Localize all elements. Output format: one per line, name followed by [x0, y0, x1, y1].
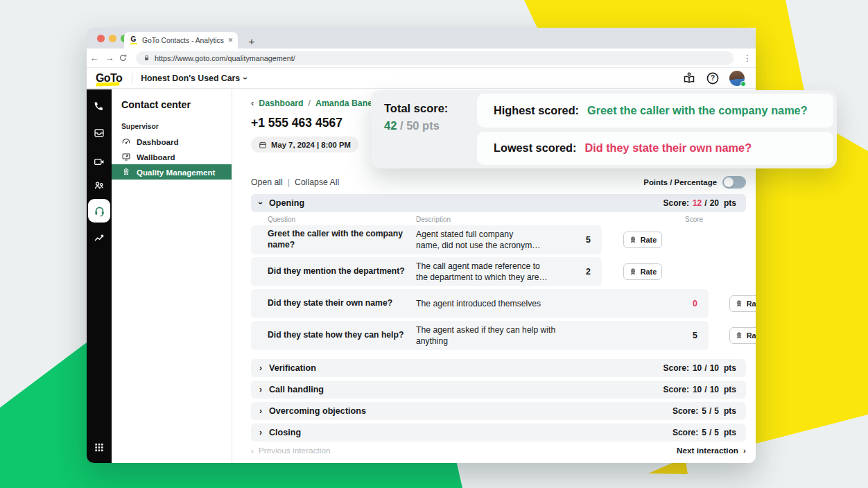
dashboard-icon: [121, 137, 131, 146]
icon-rail: [87, 89, 112, 463]
svg-text:?: ?: [711, 74, 715, 82]
goto-logo[interactable]: GoTo: [96, 72, 122, 85]
account-switcher[interactable]: Honest Don's Used Cars ›: [141, 73, 247, 83]
headset-icon: [93, 204, 106, 218]
question-row: Greet the caller with the company name? …: [251, 225, 756, 254]
sidebar-title: Contact center: [121, 99, 191, 110]
section-score: Score: 10 / 10 pts: [663, 385, 736, 394]
chevron-right-icon: ›: [259, 364, 262, 372]
reload-icon[interactable]: [119, 53, 128, 62]
rate-button[interactable]: Rate: [729, 295, 756, 312]
points-percentage-control: Points / Percentage: [643, 176, 746, 189]
score-value: 0: [693, 299, 697, 308]
resources-icon[interactable]: [682, 71, 696, 85]
section-header-verification[interactable]: › Verification Score: 10 / 10 pts: [251, 359, 746, 377]
back-icon[interactable]: ←: [87, 53, 102, 63]
sidebar-item-dashboard[interactable]: Dashboard: [112, 134, 232, 149]
user-avatar[interactable]: [729, 71, 745, 86]
score-summary-card: Total score: 42 / 50 pts Highest scored:…: [371, 90, 837, 168]
total-score-value: 42 / 50 pts: [384, 119, 474, 132]
sidebar-item-wallboard[interactable]: Wallboard: [112, 149, 232, 164]
description-text: The call agent made reference to the dep…: [416, 261, 579, 284]
close-window-button[interactable]: [97, 35, 105, 42]
score-max: 20: [710, 198, 719, 208]
account-name: Honest Don's Used Cars: [141, 73, 240, 83]
rate-button[interactable]: Rate: [623, 263, 662, 280]
breadcrumb-link-agent[interactable]: Amanda Bane: [315, 98, 372, 108]
score-value: 5: [586, 235, 591, 245]
forward-icon[interactable]: →: [102, 53, 117, 63]
rate-badge-icon: [735, 299, 743, 308]
quality-badge-icon: [121, 167, 131, 177]
description-text: Agent stated full company name, did not …: [416, 229, 579, 252]
points-percentage-toggle[interactable]: [722, 176, 746, 189]
score-earned: 5: [702, 406, 706, 416]
minimize-window-button[interactable]: [109, 35, 116, 42]
section-score: Score: 12 / 20 pts: [663, 198, 736, 208]
apps-grid-icon[interactable]: [94, 442, 105, 453]
score-earned: 10: [693, 385, 702, 394]
score-max: 5: [714, 428, 719, 437]
contact-center-active-item[interactable]: [88, 199, 110, 223]
section-score: Score: 5 / 5 pts: [672, 406, 736, 416]
team-icon[interactable]: [94, 180, 105, 191]
rate-badge-icon: [735, 331, 743, 340]
help-icon[interactable]: ?: [706, 71, 720, 85]
browser-tabstrip: G GoTo Contacts - Analytics × +: [87, 28, 756, 49]
score-max: 10: [710, 363, 719, 373]
header-divider: [132, 73, 132, 84]
browser-tab[interactable]: G GoTo Contacts - Analytics ×: [124, 32, 238, 49]
tab-title: GoTo Contacts - Analytics: [142, 37, 224, 44]
question-text: Did they mention the department?: [268, 266, 415, 277]
next-interaction-link[interactable]: Next interaction ›: [677, 446, 746, 455]
score-earned: 5: [702, 428, 706, 437]
address-bar[interactable]: https://www.goto.com/qualitymanagement/: [136, 51, 734, 65]
chevron-down-icon: ›: [257, 202, 265, 204]
tab-close-icon[interactable]: ×: [228, 35, 233, 45]
sidebar-item-label: Wallboard: [137, 152, 175, 162]
sidebar-section-label: Supervisor: [121, 123, 159, 130]
chevron-right-icon: ›: [259, 385, 262, 394]
score-earned: 10: [693, 363, 702, 373]
breadcrumb: ‹ Dashboard / Amanda Bane /: [251, 98, 379, 108]
rate-button[interactable]: Rate: [623, 232, 662, 248]
collapse-all-link[interactable]: Collapse All: [295, 177, 339, 187]
page-title-phone-number: +1 555 463 4567: [251, 116, 342, 130]
analytics-icon[interactable]: [94, 232, 105, 244]
breadcrumb-back-icon[interactable]: ‹: [251, 98, 254, 108]
score-earned: 12: [693, 198, 702, 208]
table-column-headers: Question Description Score: [251, 216, 746, 225]
sidebar-item-quality-management[interactable]: Quality Management: [112, 164, 232, 180]
section-header-overcoming-objections[interactable]: › Overcoming objections Score: 5 / 5 pts: [251, 402, 746, 420]
previous-interaction-link[interactable]: ‹ Previous interaction: [251, 446, 331, 455]
inbox-icon[interactable]: [94, 127, 105, 139]
question-text: Greet the caller with the company name?: [268, 229, 415, 251]
highest-scored-label: Highest scored:: [494, 104, 579, 117]
phone-icon[interactable]: [94, 101, 105, 112]
question-text: Did they state their own name?: [268, 298, 415, 309]
highest-scored-row: Highest scored: Greet the caller with th…: [477, 94, 833, 128]
browser-menu-icon[interactable]: ⋮: [739, 53, 756, 63]
question-row: Did they state how they can help? The ag…: [251, 321, 756, 350]
section-header-opening[interactable]: › Opening Score: 12 / 20 pts: [251, 194, 746, 212]
lowest-scored-row: Lowest scored: Did they state their own …: [477, 132, 833, 166]
chevron-left-icon: ‹: [251, 446, 254, 455]
app-header: GoTo Honest Don's Used Cars › ?: [87, 68, 756, 89]
wallboard-icon: [121, 152, 131, 162]
chevron-right-icon: ›: [743, 446, 746, 455]
section-header-closing[interactable]: › Closing Score: 5 / 5 pts: [251, 424, 746, 442]
lock-icon: [143, 54, 150, 62]
new-tab-button[interactable]: +: [245, 35, 259, 47]
highest-scored-question: Greet the caller with the company name?: [587, 104, 808, 117]
interaction-datetime: May 7, 2024 | 8:00 PM: [251, 137, 358, 152]
sidebar-item-label: Dashboard: [137, 137, 179, 146]
rate-button[interactable]: Rate: [729, 327, 756, 344]
lowest-scored-question: Did they state their own name?: [584, 141, 752, 155]
interaction-pagination: ‹ Previous interaction Next interaction …: [251, 446, 746, 455]
sidebar-item-label: Quality Management: [137, 168, 215, 177]
video-icon[interactable]: [94, 156, 105, 168]
open-all-link[interactable]: Open all: [251, 177, 283, 187]
score-max: 10: [710, 385, 719, 394]
section-header-call-handling[interactable]: › Call handling Score: 10 / 10 pts: [251, 381, 746, 399]
breadcrumb-link-dashboard[interactable]: Dashboard: [259, 98, 303, 108]
